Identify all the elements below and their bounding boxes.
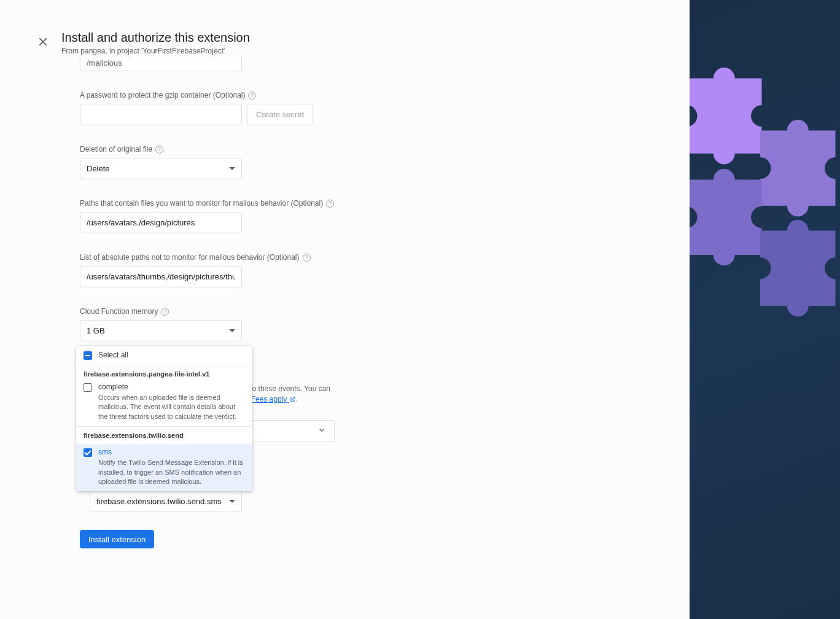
password-label: A password to protect the gzip container…: [80, 91, 344, 99]
memory-select[interactable]: 1 GB: [80, 320, 242, 341]
help-icon[interactable]: ?: [303, 254, 311, 262]
help-icon[interactable]: ?: [326, 200, 334, 208]
create-secret-button[interactable]: Create secret: [247, 104, 313, 125]
event-option-sms[interactable]: sms Notify the Twilio Send Message Exten…: [76, 444, 252, 491]
paths-monitor-input[interactable]: [80, 212, 242, 233]
help-icon[interactable]: ?: [248, 91, 256, 99]
select-all-option[interactable]: Select all: [76, 346, 252, 365]
checkbox-checked-icon[interactable]: [84, 448, 92, 457]
memory-label: Cloud Function memory ?: [80, 307, 344, 316]
checkbox-unchecked-icon[interactable]: [84, 383, 92, 392]
page-subtitle: From pangea, in project 'YourFirstFireba…: [61, 47, 250, 55]
dropdown-group-header: firebase.extensions.twilio.send: [76, 427, 252, 444]
fees-apply-link[interactable]: Fees apply: [251, 395, 296, 403]
page-title: Install and authorize this extension: [61, 31, 250, 45]
password-input[interactable]: [80, 104, 242, 125]
event-option-complete[interactable]: complete Occurs when an uploaded file is…: [76, 383, 252, 426]
type-events-select[interactable]: firebase.extensions.twilio.send.sms: [90, 491, 242, 512]
chevron-down-icon: [317, 425, 327, 437]
install-extension-button[interactable]: Install extension: [80, 530, 154, 548]
dropdown-group-header: firebase.extensions.pangea-file-intel.v1: [76, 365, 252, 383]
paths-exclude-label: List of absolute paths not to monitor fo…: [80, 253, 344, 262]
chevron-down-icon: [229, 329, 235, 332]
chevron-down-icon: [229, 167, 235, 170]
close-icon[interactable]: [37, 36, 49, 48]
puzzle-icon: [739, 220, 840, 327]
output-path-input[interactable]: /malicious: [80, 56, 242, 71]
checkbox-indeterminate-icon[interactable]: [84, 351, 92, 360]
paths-monitor-label: Paths that contain files you want to mon…: [80, 199, 344, 208]
deletion-select[interactable]: Delete: [80, 158, 242, 179]
chevron-down-icon: [229, 500, 235, 503]
paths-exclude-input[interactable]: [80, 266, 242, 287]
external-link-icon: [289, 396, 296, 403]
help-icon[interactable]: ?: [155, 146, 163, 154]
help-icon[interactable]: ?: [161, 308, 169, 316]
events-dropdown: Select all firebase.extensions.pangea-fi…: [76, 346, 252, 491]
decorative-sidebar: [690, 0, 840, 619]
deletion-label: Deletion of original file ?: [80, 145, 344, 154]
